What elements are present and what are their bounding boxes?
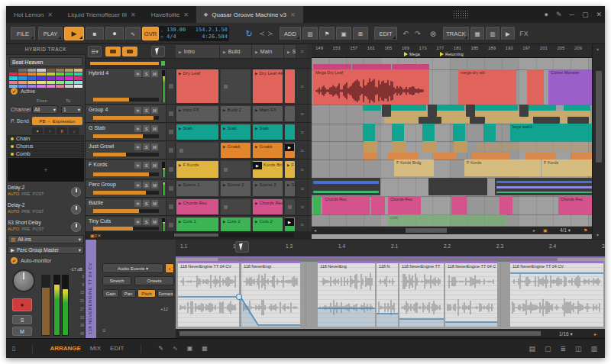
arranger-block[interactable]	[388, 153, 419, 159]
track-solo-button[interactable]: S	[143, 70, 150, 77]
channel-from-select[interactable]: All▾	[32, 105, 58, 114]
track-menu-icon[interactable]: ≡	[296, 180, 309, 197]
color-swatch[interactable]	[56, 85, 64, 88]
add-clip-icon[interactable]: ⊞	[353, 27, 368, 40]
mpe-mode-icon[interactable]: ♯	[57, 127, 67, 134]
tab-close-icon[interactable]: ✕	[47, 11, 53, 18]
overdub-button[interactable]: OVR	[142, 27, 159, 40]
send-post[interactable]: POST	[33, 209, 44, 214]
audio-event-clip[interactable]: 118 NeverEngi	[241, 261, 300, 327]
audio-event-clip[interactable]: 118 NeverEngine TT 04 CV	[510, 261, 603, 327]
arranger-clip[interactable]: keys stab2	[510, 124, 592, 141]
send-post[interactable]: POST	[33, 227, 44, 231]
launcher-clip[interactable]: ▶Gnakk	[221, 143, 251, 158]
play-button[interactable]: ▶	[64, 27, 84, 40]
clip-play-icon[interactable]: ▶	[255, 201, 257, 205]
arranger-block[interactable]	[422, 124, 435, 141]
arranger-block[interactable]	[388, 105, 426, 111]
arranger-block[interactable]	[470, 117, 485, 124]
scene-header[interactable]: ▶Intro	[176, 45, 220, 58]
color-swatch[interactable]	[47, 76, 55, 79]
track-volume-fader[interactable]	[93, 227, 159, 230]
track-solo-button[interactable]: S	[143, 182, 150, 188]
track-menu-icon[interactable]: ≡	[296, 124, 309, 140]
statusbar-tool-icon[interactable]: ∿	[173, 345, 178, 352]
edit-button[interactable]: EDIT	[374, 27, 397, 40]
device-section-comb[interactable]: Comb	[8, 150, 84, 157]
color-swatch[interactable]	[37, 72, 45, 76]
scroll-thumb[interactable]	[406, 228, 447, 233]
gear-icon[interactable]: ✳	[134, 218, 141, 225]
send-auto[interactable]: AUTO	[8, 209, 19, 214]
color-swatch[interactable]	[18, 69, 27, 72]
active-toggle[interactable]: ✔ Active	[11, 88, 35, 95]
arranger-block[interactable]	[392, 124, 404, 141]
project-tab[interactable]: ◆Quasar Groove Machine v3✕	[196, 6, 303, 23]
clip-box-icon[interactable]: ▣	[336, 27, 351, 40]
clip-play-icon[interactable]: ▶	[287, 183, 289, 187]
send-knob[interactable]	[71, 222, 81, 232]
color-swatch[interactable]	[18, 76, 27, 79]
arranger-clip[interactable]: Chords Rec	[558, 196, 592, 214]
gear-icon[interactable]: ✳	[134, 107, 141, 114]
view-mix-button[interactable]: MIX	[90, 345, 101, 352]
scroll-up-icon[interactable]: ▴	[596, 46, 599, 51]
position-display[interactable]: 154.2.1.58	[196, 27, 228, 34]
track-header[interactable]: F Kords✳SM	[86, 160, 166, 179]
color-swatch[interactable]	[27, 72, 36, 76]
color-swatch[interactable]	[18, 81, 27, 84]
launcher-clip[interactable]	[285, 106, 295, 121]
arranger-block[interactable]	[382, 105, 391, 117]
track-name-field[interactable]: Beat Heaven	[9, 57, 82, 66]
arranger-block[interactable]	[434, 105, 464, 111]
clip-slot[interactable]	[220, 199, 252, 214]
file-button[interactable]: FILE	[11, 27, 35, 40]
clip-play-icon[interactable]: ▶	[179, 72, 181, 76]
arranger-block[interactable]	[525, 105, 556, 111]
timesig-display[interactable]: 4/4	[166, 34, 176, 40]
marker-flag-icon[interactable]: ⚑	[319, 27, 335, 40]
color-swatch[interactable]	[37, 81, 45, 84]
editor-menu-icon[interactable]: ≡	[102, 327, 106, 334]
keys-icon[interactable]: ▥	[486, 27, 499, 40]
arranger-clip[interactable]: Chords Rec	[388, 196, 421, 214]
punch-in-icon[interactable]: ≺	[258, 27, 266, 40]
fx-icon[interactable]: FX	[518, 27, 530, 40]
track-mute-button[interactable]: M	[151, 182, 158, 188]
arranger-block[interactable]	[428, 178, 487, 195]
clip-stop-column[interactable]	[166, 124, 176, 140]
clip-stop-column[interactable]	[166, 198, 176, 215]
arranger-block[interactable]	[527, 69, 544, 105]
clip-play-icon[interactable]: ▶	[223, 145, 225, 149]
track-header[interactable]: Hybrid 4✳SM	[86, 69, 166, 104]
scene-header[interactable]: ▶Sce	[284, 45, 296, 58]
track-volume-fader[interactable]	[93, 116, 159, 120]
arranger-block[interactable]	[496, 181, 592, 183]
gear-icon[interactable]: ✳	[134, 70, 141, 77]
color-swatch[interactable]	[27, 81, 36, 84]
editor-track-color-strip[interactable]: 118 NEVERENGINE TT 04 CV	[86, 239, 96, 338]
maximize-icon[interactable]: ▢	[582, 11, 589, 18]
auto-monitor-toggle[interactable]: ✔ Auto-monitor	[11, 257, 51, 264]
clip-play-icon[interactable]: ▶	[223, 127, 225, 130]
arranger-block[interactable]	[364, 153, 377, 159]
arrangement-marker[interactable]: Mega	[404, 52, 420, 56]
arranger-hscrollbar[interactable]: ◂ ▸ ▣ 4/1 ▾ ⚑	[312, 227, 592, 234]
solo-button[interactable]: S	[12, 315, 32, 324]
grid-icon[interactable]: ▦	[470, 27, 484, 40]
input-select[interactable]: ▥ All-ins ▾	[8, 235, 84, 243]
arranger-block[interactable]	[423, 141, 437, 153]
arranger-grid[interactable]: Mega Dry Leafmega dry stttCortex Monster…	[312, 58, 592, 227]
add-button[interactable]: ADD	[280, 27, 301, 40]
arranger-block[interactable]	[392, 64, 429, 69]
pitch-tab[interactable]: Pitch	[137, 289, 156, 298]
arranger-clip[interactable]: F Kords Brdg	[394, 159, 434, 176]
arranger-block[interactable]	[428, 105, 437, 117]
punch-out-icon[interactable]: ≻	[267, 27, 274, 40]
clip-play-icon[interactable]: ▶	[223, 183, 225, 187]
clip-slot[interactable]: ▶Cuts 1	[176, 217, 220, 232]
scene-header[interactable]: ▶Build	[220, 45, 252, 58]
onsets-button[interactable]: Onsets	[134, 276, 174, 285]
track-menu-icon[interactable]: ≡	[296, 217, 309, 233]
color-swatch[interactable]	[47, 69, 55, 72]
